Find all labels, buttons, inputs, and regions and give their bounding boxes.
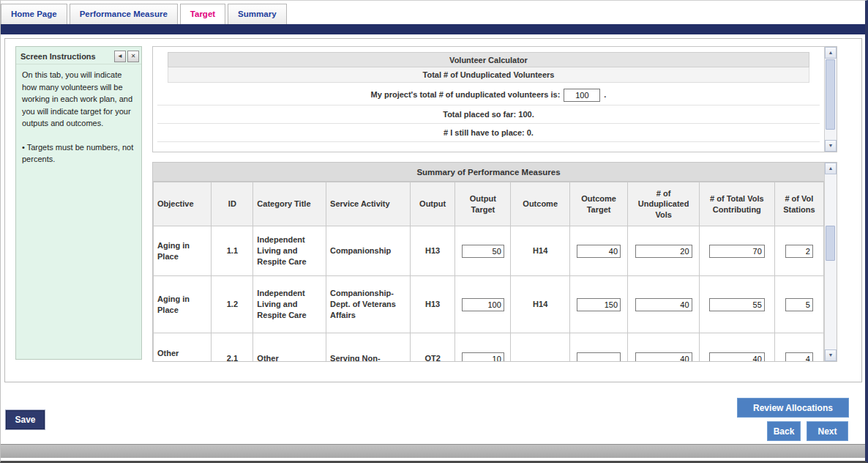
still-to-place-text: # I still have to place: 0. xyxy=(157,124,820,142)
outcome-cell xyxy=(511,333,569,362)
instructions-note: • Targets must be numbers, not percents. xyxy=(22,141,135,166)
screen-instructions-title: Screen Instructions xyxy=(20,52,113,61)
col-header-service-activity: Service Activity xyxy=(326,182,411,226)
volunteer-calculator-panel: Volunteer Calculator Total # of Unduplic… xyxy=(152,46,837,152)
calculator-scrollbar-track[interactable] xyxy=(825,59,837,140)
close-panel-icon[interactable]: ✕ xyxy=(127,51,139,62)
table-header-row: Objective ID Category Title Service Acti… xyxy=(154,182,824,226)
unduplicated-volunteers-input[interactable] xyxy=(564,89,600,102)
summary-scrollbar-track[interactable] xyxy=(825,174,837,349)
objective-cell: Aging in Place xyxy=(154,276,212,333)
col-header-outcome-target: Outcome Target xyxy=(569,182,627,226)
id-cell: 2.1 xyxy=(212,333,253,362)
output-cell: H13 xyxy=(411,276,455,333)
table-row: Aging in Place 1.2 Independent Living an… xyxy=(154,276,824,333)
col-header-category-title: Category Title xyxy=(253,182,326,226)
content-area: Screen Instructions ◄ ✕ On this tab, you… xyxy=(4,38,862,382)
id-cell: 1.1 xyxy=(212,226,253,276)
vol-stations-input[interactable] xyxy=(785,352,813,362)
output-target-input[interactable] xyxy=(462,352,504,362)
volunteer-calculator-content: Volunteer Calculator Total # of Unduplic… xyxy=(153,47,824,152)
review-allocations-button[interactable]: Review Allocations xyxy=(737,398,849,418)
objective-cell: Other Healthy xyxy=(154,333,212,362)
id-cell: 1.2 xyxy=(212,276,253,333)
objective-cell: Aging in Place xyxy=(154,226,212,276)
outcome-target-input[interactable] xyxy=(577,352,621,362)
performance-measures-table: Objective ID Category Title Service Acti… xyxy=(153,182,824,361)
calculator-subtitle: Total # of Unduplicated Volunteers xyxy=(168,67,809,83)
screen-instructions-body: On this tab, you will indicate how many … xyxy=(16,64,141,182)
col-header-objective: Objective xyxy=(154,182,212,226)
output-cell: OT2 xyxy=(411,333,455,362)
application-window: Home Page Performance Measure Target Sum… xyxy=(0,0,868,463)
scroll-up-icon[interactable]: ▲ xyxy=(825,47,837,59)
screen-instructions-panel: Screen Instructions ◄ ✕ On this tab, you… xyxy=(15,46,142,360)
screen-instructions-header: Screen Instructions ◄ ✕ xyxy=(16,47,141,64)
tab-summary[interactable]: Summary xyxy=(228,4,286,24)
next-button[interactable]: Next xyxy=(807,421,848,441)
col-header-unduplicated-vols: # of Unduplicated Vols xyxy=(628,182,700,226)
summary-scrollbar-thumb[interactable] xyxy=(826,226,835,261)
performance-measures-panel: Summary of Performance Measures Objectiv… xyxy=(152,162,837,362)
outcome-cell: H14 xyxy=(511,276,569,333)
output-target-input[interactable] xyxy=(462,298,504,311)
output-cell: H13 xyxy=(411,226,455,276)
instructions-text: On this tab, you will indicate how many … xyxy=(22,69,135,130)
calculator-title: Volunteer Calculator xyxy=(168,52,809,67)
summary-title: Summary of Performance Measures xyxy=(153,163,824,182)
output-target-input[interactable] xyxy=(462,245,504,258)
back-button[interactable]: Back xyxy=(767,421,801,441)
period-text: . xyxy=(604,90,606,99)
unduplicated-vols-input[interactable] xyxy=(635,245,692,258)
table-row: Aging in Place 1.1 Independent Living an… xyxy=(154,226,824,276)
scroll-up-icon[interactable]: ▲ xyxy=(825,163,837,174)
calculator-scrollbar[interactable]: ▲ ▼ xyxy=(824,47,837,152)
calculator-input-row: My project's total # of unduplicated vol… xyxy=(157,84,820,105)
total-placed-text: Total placed so far: 100. xyxy=(157,105,820,124)
col-header-total-vols-contributing: # of Total Vols Contributing xyxy=(699,182,774,226)
save-button[interactable]: Save xyxy=(6,410,45,429)
col-header-output: Output xyxy=(411,182,455,226)
total-vols-input[interactable] xyxy=(709,245,765,258)
activity-cell: Companionship-Dept. of Veterans Affairs xyxy=(326,276,411,333)
col-header-id: ID xyxy=(212,182,253,226)
tab-performance-measure[interactable]: Performance Measure xyxy=(70,4,178,24)
category-cell: Other xyxy=(253,333,326,362)
total-vols-input[interactable] xyxy=(709,298,765,311)
outcome-target-input[interactable] xyxy=(577,245,621,258)
activity-cell: Companionship xyxy=(326,226,411,276)
activity-cell: Serving Non- xyxy=(326,333,411,362)
scroll-down-icon[interactable]: ▼ xyxy=(825,349,837,361)
navy-divider-bar xyxy=(1,24,865,34)
category-cell: Independent Living and Respite Care xyxy=(253,276,326,333)
scroll-down-icon[interactable]: ▼ xyxy=(825,140,837,152)
col-header-vol-stations: # of Vol Stations xyxy=(774,182,823,226)
summary-scrollbar[interactable]: ▲ ▼ xyxy=(824,163,837,361)
tab-bar: Home Page Performance Measure Target Sum… xyxy=(1,1,865,24)
category-cell: Independent Living and Respite Care xyxy=(253,226,326,276)
performance-measures-content: Summary of Performance Measures Objectiv… xyxy=(153,163,824,361)
footer-bar xyxy=(1,444,865,458)
vol-stations-input[interactable] xyxy=(785,298,813,311)
vol-stations-input[interactable] xyxy=(785,245,813,258)
tab-home-page[interactable]: Home Page xyxy=(1,4,67,24)
col-header-output-target: Output Target xyxy=(455,182,511,226)
unduplicated-vols-input[interactable] xyxy=(635,352,692,362)
collapse-panel-icon[interactable]: ◄ xyxy=(114,51,126,62)
calculator-scrollbar-thumb[interactable] xyxy=(826,59,835,130)
unduplicated-volunteers-label: My project's total # of unduplicated vol… xyxy=(371,90,561,99)
unduplicated-vols-input[interactable] xyxy=(635,298,692,311)
col-header-outcome: Outcome xyxy=(511,182,569,226)
outcome-cell: H14 xyxy=(511,226,569,276)
table-row: Other Healthy 2.1 Other Serving Non- OT2 xyxy=(154,333,824,362)
tab-target[interactable]: Target xyxy=(180,4,225,24)
total-vols-input[interactable] xyxy=(709,352,765,362)
outcome-target-input[interactable] xyxy=(577,298,621,311)
